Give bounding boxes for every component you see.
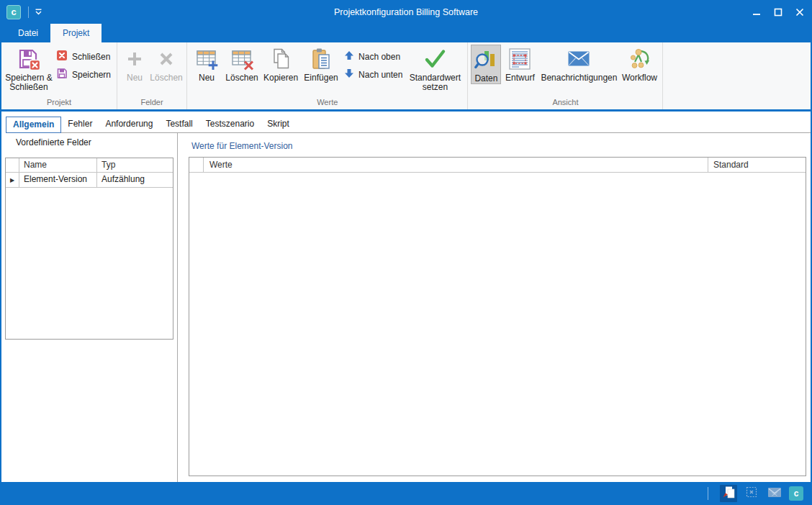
save-close-button[interactable]: Speichern & Schließen — [4, 45, 53, 92]
move-down-label: Nach unten — [358, 70, 402, 80]
delete-x-icon — [157, 46, 176, 71]
paste-label: Einfügen — [304, 73, 338, 83]
close-red-x-icon — [56, 50, 68, 63]
move-up-button[interactable]: Nach oben — [341, 49, 405, 64]
ribbon-tab-projekt[interactable]: Projekt — [50, 24, 102, 42]
table-add-icon — [195, 46, 218, 71]
design-icon — [508, 46, 531, 71]
envelope-icon — [568, 46, 590, 71]
tab-fehler[interactable]: Fehler — [61, 117, 99, 132]
fields-grid-row[interactable]: ▶ Element-Version Aufzählung — [6, 173, 173, 188]
row-arrow-icon: ▶ — [10, 177, 14, 183]
set-default-label: Standardwert setzen — [410, 73, 461, 92]
view-workflow-button[interactable]: Workflow — [619, 45, 659, 83]
ribbon: Speichern & Schließen Schließen Speicher… — [1, 42, 811, 109]
copy-button[interactable]: Kopieren — [261, 45, 301, 83]
statusbar-separator — [708, 487, 708, 500]
ribbon-group-felder: Neu Löschen Felder — [117, 42, 187, 109]
status-notifications-button[interactable] — [766, 485, 783, 502]
cell-field-name[interactable]: Element-Version — [19, 173, 97, 187]
column-header-name[interactable]: Name — [19, 158, 97, 172]
ribbon-close-label: Schließen — [72, 52, 110, 62]
tab-skript[interactable]: Skript — [261, 117, 296, 132]
main-content: Vordefinierte Felder Name Typ ▶ Element-… — [1, 133, 811, 482]
column-header-typ[interactable]: Typ — [97, 158, 173, 172]
view-benachrichtigungen-button[interactable]: Benachrichtigungen — [538, 45, 619, 83]
status-data-view-button[interactable] — [720, 485, 737, 502]
view-tabstrip: Allgemein Fehler Anforderung Testfall Te… — [1, 112, 811, 133]
fields-grid: Name Typ ▶ Element-Version Aufzählung — [5, 158, 173, 340]
felder-delete-button[interactable]: Löschen — [149, 45, 184, 83]
felder-new-button[interactable]: Neu — [120, 45, 149, 83]
app-logo-icon[interactable]: c — [6, 5, 21, 19]
view-benachrichtigungen-label: Benachrichtigungen — [541, 73, 617, 83]
arrow-up-icon — [344, 50, 354, 63]
dashed-frame-icon — [746, 486, 757, 501]
status-app-logo-icon[interactable]: c — [789, 486, 803, 501]
paste-icon — [310, 46, 333, 71]
cell-field-typ[interactable]: Aufzählung — [97, 173, 173, 187]
save-floppy-icon — [56, 68, 68, 81]
view-entwurf-label: Entwurf — [505, 73, 535, 83]
group-label-felder: Felder — [119, 97, 185, 109]
window-title: Projektkonfiguration Billing Software — [1, 0, 811, 24]
minimize-button[interactable] — [746, 0, 767, 24]
werte-new-label: Neu — [199, 73, 215, 83]
close-window-button[interactable] — [789, 0, 811, 24]
group-label-ansicht: Ansicht — [469, 97, 661, 109]
view-workflow-label: Workflow — [622, 73, 657, 83]
group-label-werte: Werte — [189, 97, 466, 109]
app-window: c Projektkonfiguration Billing Software … — [0, 0, 812, 505]
values-panel-title: Werte für Element-Version — [178, 141, 811, 151]
view-entwurf-button[interactable]: Entwurf — [501, 45, 538, 83]
fields-grid-header: Name Typ — [6, 158, 173, 173]
checkmark-icon — [423, 46, 447, 71]
werte-delete-button[interactable]: Löschen — [223, 45, 261, 83]
envelope-dim-icon — [768, 487, 781, 500]
ribbon-group-ansicht: Daten Entwurf — [468, 42, 663, 109]
save-close-icon — [17, 46, 40, 71]
tab-anforderung[interactable]: Anforderung — [99, 117, 159, 132]
maximize-button[interactable] — [767, 0, 789, 24]
values-grid-header: Werte Standard — [189, 158, 806, 173]
row-indicator: ▶ — [6, 173, 19, 187]
values-panel: Werte für Element-Version Werte Standard — [178, 133, 811, 482]
tab-allgemein[interactable]: Allgemein — [6, 117, 61, 133]
ribbon-save-button[interactable]: Speichern — [53, 67, 114, 82]
column-header-werte[interactable]: Werte — [204, 158, 708, 172]
predefined-fields-panel: Vordefinierte Felder Name Typ ▶ Element-… — [1, 133, 178, 482]
qat-dropdown-icon[interactable] — [35, 9, 42, 15]
window-controls — [746, 0, 811, 24]
tab-testszenario[interactable]: Testszenario — [199, 117, 261, 132]
werte-new-button[interactable]: Neu — [190, 45, 223, 83]
move-down-button[interactable]: Nach unten — [341, 67, 405, 82]
view-daten-label: Daten — [474, 74, 497, 83]
plus-icon — [125, 46, 144, 71]
felder-delete-label: Löschen — [150, 73, 182, 83]
view-daten-button[interactable]: Daten — [471, 45, 501, 84]
ribbon-group-projekt: Speichern & Schließen Schließen Speicher… — [1, 42, 117, 109]
werte-move-buttons: Nach oben Nach unten — [341, 45, 405, 82]
workflow-icon — [628, 46, 651, 71]
ribbon-close-button[interactable]: Schließen — [53, 49, 114, 64]
values-row-indicator-header — [189, 158, 204, 172]
save-close-label: Speichern & Schließen — [5, 73, 52, 92]
values-grid-body[interactable] — [189, 173, 806, 476]
tab-testfall[interactable]: Testfall — [159, 117, 199, 132]
table-delete-icon — [230, 46, 253, 71]
pages-icon — [722, 486, 735, 501]
arrow-down-icon — [344, 68, 354, 81]
group-label-projekt: Projekt — [3, 97, 115, 109]
projekt-small-buttons: Schließen Speichern — [53, 45, 114, 82]
ribbon-save-label: Speichern — [72, 70, 111, 80]
paste-button[interactable]: Einfügen — [301, 45, 341, 83]
status-design-view-button[interactable] — [743, 485, 760, 502]
column-header-standard[interactable]: Standard — [708, 158, 806, 172]
move-up-label: Nach oben — [358, 52, 400, 62]
qat-separator — [28, 6, 29, 18]
ribbon-tab-datei[interactable]: Datei — [6, 24, 50, 42]
werte-delete-label: Löschen — [225, 73, 258, 83]
copy-label: Kopieren — [263, 73, 298, 83]
set-default-button[interactable]: Standardwert setzen — [405, 45, 464, 92]
copy-icon — [269, 46, 292, 71]
